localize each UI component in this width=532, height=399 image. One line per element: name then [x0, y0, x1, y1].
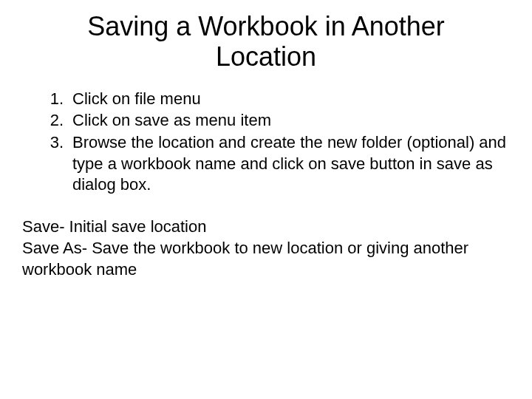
notes-section: Save- Initial save location Save As- Sav… — [22, 216, 510, 281]
note-line: Save- Initial save location — [22, 216, 510, 238]
slide-title: Saving a Workbook in Another Location — [22, 11, 510, 72]
list-item: Browse the location and create the new f… — [22, 132, 510, 196]
note-line: Save As- Save the workbook to new locati… — [22, 238, 510, 280]
list-item: Click on file menu — [22, 89, 510, 110]
steps-list: Click on file menu Click on save as menu… — [22, 89, 510, 196]
list-item: Click on save as menu item — [22, 110, 510, 132]
